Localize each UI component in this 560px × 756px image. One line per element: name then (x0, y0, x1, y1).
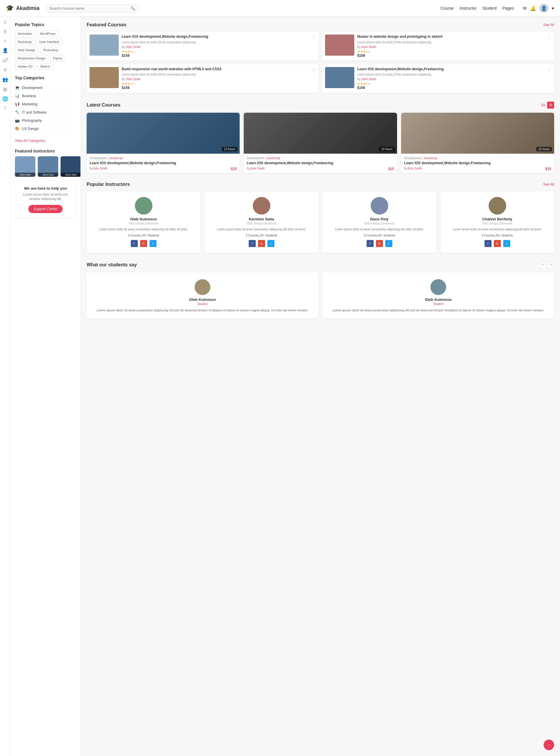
latest-course-1[interactable]: 13 hours Development | JavaScript Learn … (86, 113, 240, 173)
featured-course-4[interactable]: Learn IOS development,Website design,Fre… (322, 64, 554, 93)
instructor-2-facebook[interactable]: f (249, 240, 256, 247)
instructor-1-desc: Lorem ipsum dolor sit amet consectetur a… (91, 227, 196, 232)
nav-course[interactable]: Course (441, 6, 454, 11)
latest-course-1-title: Learn IOS development,Website design,Fre… (89, 161, 237, 166)
latest-course-3-hours: 13 hours (536, 147, 552, 151)
testimonial-next-button[interactable]: › (548, 262, 554, 268)
instructor-2-socials: f G t (208, 240, 314, 247)
topic-wordpress[interactable]: WordPress (37, 31, 59, 37)
cat-business[interactable]: 📊 Business (15, 92, 76, 100)
gallery-icon[interactable]: ▦ (3, 86, 7, 92)
nav-instructor[interactable]: Instructor (460, 6, 477, 11)
featured-course-1[interactable]: Learn IOS development,Website design,Fre… (86, 32, 319, 61)
instructor-2-twitter[interactable]: t (267, 240, 275, 247)
featured-course-1-menu[interactable]: ⋮ (312, 35, 316, 39)
search-input[interactable] (49, 6, 131, 11)
mail-icon[interactable]: ✉ (523, 5, 527, 11)
user-icon[interactable]: 👤 (2, 48, 8, 53)
featured-course-3[interactable]: Build responsive real world websites wit… (86, 64, 319, 93)
nav-student[interactable]: Student (482, 6, 497, 11)
topic-animation[interactable]: Animation (15, 31, 35, 37)
featured-course-3-author: By:John Smith (122, 78, 309, 81)
featured-course-3-menu[interactable]: ⋮ (312, 67, 316, 72)
latest-course-2-author: ByJohn Smith $15 (247, 167, 394, 170)
main-content: Featured Courses See All Learn IOS devel… (81, 16, 560, 756)
instructor-4-twitter[interactable]: t (503, 240, 510, 247)
featured-course-4-price: $159 (357, 86, 544, 90)
bell-icon[interactable]: 🔔 (530, 5, 536, 11)
people-icon[interactable]: 👥 (2, 77, 8, 82)
featured-instructor-3[interactable]: Jhon Deo (61, 156, 81, 177)
instructor-card-1[interactable]: Gleb Kutnesuv Web Design,Dreamnet Lorem … (86, 191, 200, 253)
featured-title: Featured Courses (86, 22, 126, 27)
help-text: Lorem ipsum dolor sit amet,con sectetur … (18, 192, 73, 201)
latest-gear-button[interactable]: ⚙ (547, 102, 554, 108)
latest-course-2[interactable]: 13 hours Development | JavaScript Learn … (244, 113, 397, 173)
testimonial-prev-button[interactable]: ‹ (540, 262, 546, 268)
instructors-see-all[interactable]: See All (543, 182, 554, 186)
nav-pages[interactable]: Pages (502, 6, 514, 11)
cat-it-icon: 🔧 (15, 110, 20, 115)
topic-adobexd[interactable]: Adobe XD (15, 63, 35, 69)
view-all-categories[interactable]: View All Categories (15, 139, 76, 143)
chart-icon[interactable]: 📈 (2, 57, 8, 63)
avatar[interactable]: 👤 (540, 4, 548, 13)
latest-course-3-author: ByJohn Smith $15 (404, 167, 551, 170)
featured-course-2-menu[interactable]: ⋮ (547, 35, 551, 39)
home-icon[interactable]: ⌂ (4, 19, 7, 25)
search-icon[interactable]: 🔍 (131, 6, 135, 11)
list-icon[interactable]: ≡ (4, 38, 6, 44)
cat-marketing[interactable]: 📢 Marketing (15, 100, 76, 108)
featured-course-3-thumb (89, 67, 119, 88)
featured-instructor-1[interactable]: Jhon Deo (15, 156, 35, 177)
featured-course-1-stars: ★★★½★ (122, 50, 309, 54)
support-center-button[interactable]: Support Center (28, 205, 63, 213)
scroll-top-button[interactable]: ↑ (544, 740, 554, 750)
settings-icon[interactable]: ⚙ (3, 67, 7, 73)
cat-development[interactable]: 💻 Development (15, 84, 76, 92)
brand[interactable]: 🎓 Akadimia (6, 4, 40, 12)
latest-course-3[interactable]: 13 hours Development | JavaScript Learn … (401, 113, 554, 173)
featured-course-4-menu[interactable]: ⋮ (547, 67, 551, 72)
cat-it[interactable]: 🔧 IT and Software (15, 108, 76, 117)
latest-course-3-thumb: 13 hours (401, 113, 554, 154)
topic-responsive[interactable]: Responsive Design (15, 55, 48, 61)
testimonial-1-name: Gleb Kutnesuv (93, 297, 313, 302)
instructor-2-google[interactable]: G (258, 240, 265, 247)
globe-icon[interactable]: 🌐 (2, 96, 8, 102)
featured-course-1-desc: Lorem ipsum dolor sit amet,Of the consec… (122, 40, 309, 44)
instructor-3-desc: Lorem ipsum dolor sit amet consectetur a… (326, 227, 432, 232)
cat-photo-icon: 📷 (15, 118, 20, 123)
featured-course-4-info: Learn IOS development,Website design,Fre… (357, 67, 544, 90)
cat-ux[interactable]: 🎨 UX Design (15, 125, 76, 133)
topic-figma[interactable]: Figma (50, 55, 65, 61)
featured-course-2-desc: Lorem ipsum dolor sit amet,Of the consec… (357, 40, 544, 44)
help-icon[interactable]: ? (4, 106, 6, 111)
grid-icon[interactable]: ⊞ (3, 29, 7, 34)
featured-course-3-price: $159 (122, 86, 309, 90)
topic-ui[interactable]: User Interface (36, 39, 62, 45)
featured-see-all[interactable]: See All (543, 23, 554, 27)
instructor-1-google[interactable]: G (140, 240, 147, 247)
instructor-4-google[interactable]: G (494, 240, 501, 247)
topic-webdesign[interactable]: Web Design (15, 47, 38, 53)
instructor-card-4[interactable]: Chalvet Berthely Web Design,Dreamnet Lor… (440, 191, 554, 253)
topic-sketch[interactable]: Sketch (37, 63, 53, 69)
instructor-card-2[interactable]: Kerstein Setia Web Design,Dreamnet Lorem… (204, 191, 318, 253)
topic-bootstrap[interactable]: Bootstrap (15, 39, 35, 45)
latest-see-all[interactable]: Se (541, 103, 545, 107)
instructor-card-3[interactable]: Dann Pety Web Design,Dreamnet Lorem ipsu… (322, 191, 436, 253)
featured-instructor-2[interactable]: Jhon Deo (38, 156, 58, 177)
instructor-4-facebook[interactable]: f (484, 240, 492, 247)
instructor-3-twitter[interactable]: t (385, 240, 392, 247)
instructor-1-facebook[interactable]: f (131, 240, 138, 247)
instructor-3-google[interactable]: G (376, 240, 383, 247)
topic-photoshop[interactable]: Photoshop (40, 47, 61, 53)
instructor-1-twitter[interactable]: t (149, 240, 157, 247)
cat-biz-icon: 📊 (15, 94, 20, 98)
instructor-3-facebook[interactable]: f (366, 240, 374, 247)
chevron-down-icon[interactable]: ▾ (552, 5, 554, 11)
top-categories-title: Top Categories (15, 76, 76, 80)
cat-photo[interactable]: 📷 Photography (15, 117, 76, 125)
featured-course-2[interactable]: Master in website design and prototyping… (322, 32, 554, 61)
